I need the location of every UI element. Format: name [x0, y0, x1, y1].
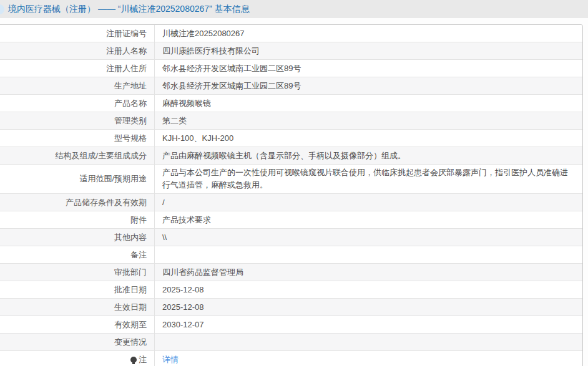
note-bulb-icon — [130, 357, 137, 363]
table-row: 变更情况 — [0, 334, 582, 351]
row-label-text: 管理类别 — [114, 115, 147, 127]
row-value: 产品由麻醉视频喉镜主机（含显示部分、手柄以及摄像部分）组成。 — [155, 147, 582, 164]
row-value: 产品技术要求 — [155, 211, 582, 228]
registration-cert-icon — [0, 4, 4, 14]
row-label-text: 注册证编号 — [106, 27, 147, 40]
row-label: 备注 — [0, 246, 155, 263]
table-row: 结构及组成/主要组成成分 产品由麻醉视频喉镜主机（含显示部分、手柄以及摄像部分）… — [0, 147, 582, 165]
row-label-text: 生效日期 — [114, 301, 147, 314]
row-value: 2025-12-08 — [155, 299, 582, 315]
row-label-text: 附件 — [130, 214, 147, 226]
row-value: 2025-12-08 — [155, 281, 582, 298]
row-value — [155, 334, 582, 350]
row-value — [155, 246, 582, 263]
table-row: 生效日期 2025-12-08 — [0, 299, 582, 316]
row-value: 产品与本公司生产的一次性使用可视喉镜窥视片联合使用，供临床挑起患者会厌部暴露声门… — [155, 165, 582, 193]
table-row: 产品名称 麻醉视频喉镜 — [0, 95, 582, 112]
row-label: 注册人名称 — [0, 42, 155, 59]
row-value: 邻水县经济开发区城南工业园二区89号 — [155, 60, 582, 77]
title-bar: 境内医疗器械（注册） —— “川械注准20252080267” 基本信息 — [0, 0, 588, 18]
table-row: 附件 产品技术要求 — [0, 211, 582, 229]
row-label-text: 批准日期 — [114, 284, 147, 296]
row-label-text: 结构及组成/主要组成成分 — [55, 150, 147, 162]
row-value: 四川康皓医疗科技有限公司 — [155, 42, 582, 59]
row-label-text: 生产地址 — [114, 80, 147, 92]
table-row: 注册人名称 四川康皓医疗科技有限公司 — [0, 42, 582, 60]
page: 境内医疗器械（注册） —— “川械注准20252080267” 基本信息 注册证… — [0, 0, 588, 366]
row-label-text: 审批部门 — [114, 266, 147, 279]
table-row: 备注 — [0, 246, 582, 264]
row-label-text: 备注 — [130, 249, 147, 261]
row-label: 有效期至 — [0, 316, 155, 333]
row-label: 结构及组成/主要组成成分 — [0, 147, 155, 164]
row-value: 第二类 — [155, 112, 582, 129]
row-label-text: 有效期至 — [114, 319, 147, 331]
row-label-text: 适用范围/预期用途 — [79, 173, 147, 185]
row-label: 产品名称 — [0, 95, 155, 112]
row-value: \\ — [155, 229, 582, 246]
row-label-text: 其他内容 — [114, 231, 147, 244]
row-label-text: 型号规格 — [114, 132, 147, 145]
row-label: 管理类别 — [0, 112, 155, 129]
registration-info-table: 注册证编号 川械注准20252080267 注册人名称 四川康皓医疗科技有限公司… — [0, 24, 583, 366]
row-value: 麻醉视频喉镜 — [155, 95, 582, 112]
row-value: 川械注准20252080267 — [155, 25, 582, 42]
row-label-text: 注 — [139, 354, 147, 366]
row-label-text: 产品储存条件及有效期 — [66, 196, 147, 209]
table-row: 产品储存条件及有效期 / — [0, 194, 582, 211]
table-row: 审批部门 四川省药品监督管理局 — [0, 264, 582, 281]
table-row: 注册证编号 川械注准20252080267 — [0, 25, 582, 42]
table-row: 批准日期 2025-12-08 — [0, 281, 582, 299]
table-row: 其他内容 \\ — [0, 229, 582, 246]
row-label: 注册证编号 — [0, 25, 155, 42]
row-label-text: 注册人名称 — [106, 45, 147, 57]
row-label: 生效日期 — [0, 299, 155, 315]
row-label: 批准日期 — [0, 281, 155, 298]
detail-link[interactable]: 详情 — [162, 354, 179, 366]
row-label-text: 产品名称 — [114, 97, 147, 110]
row-value: 详情 — [155, 351, 582, 366]
row-label: 生产地址 — [0, 77, 155, 94]
row-label: 其他内容 — [0, 229, 155, 246]
row-label: 审批部门 — [0, 264, 155, 281]
table-row: 注 详情 — [0, 351, 582, 366]
row-label-text: 注册人住所 — [106, 62, 147, 75]
table-row: 管理类别 第二类 — [0, 112, 582, 130]
row-label: 附件 — [0, 211, 155, 228]
row-label: 注 — [0, 351, 155, 366]
table-row: 型号规格 KJH-100、KJH-200 — [0, 130, 582, 147]
row-label: 注册人住所 — [0, 60, 155, 77]
table-row: 有效期至 2030-12-07 — [0, 316, 582, 334]
row-label: 适用范围/预期用途 — [0, 165, 155, 193]
row-value: 2030-12-07 — [155, 316, 582, 333]
row-value: / — [155, 194, 582, 211]
row-label-text: 变更情况 — [114, 336, 147, 349]
row-value: 四川省药品监督管理局 — [155, 264, 582, 281]
table-row: 注册人住所 邻水县经济开发区城南工业园二区89号 — [0, 60, 582, 77]
table-row: 适用范围/预期用途 产品与本公司生产的一次性使用可视喉镜窥视片联合使用，供临床挑… — [0, 165, 582, 194]
table-row: 生产地址 邻水县经济开发区城南工业园二区89号 — [0, 77, 582, 95]
page-title: 境内医疗器械（注册） —— “川械注准20252080267” 基本信息 — [8, 4, 250, 15]
row-value: KJH-100、KJH-200 — [155, 130, 582, 147]
row-value: 邻水县经济开发区城南工业园二区89号 — [155, 77, 582, 94]
row-label: 型号规格 — [0, 130, 155, 147]
row-label: 产品储存条件及有效期 — [0, 194, 155, 211]
row-label: 变更情况 — [0, 334, 155, 350]
